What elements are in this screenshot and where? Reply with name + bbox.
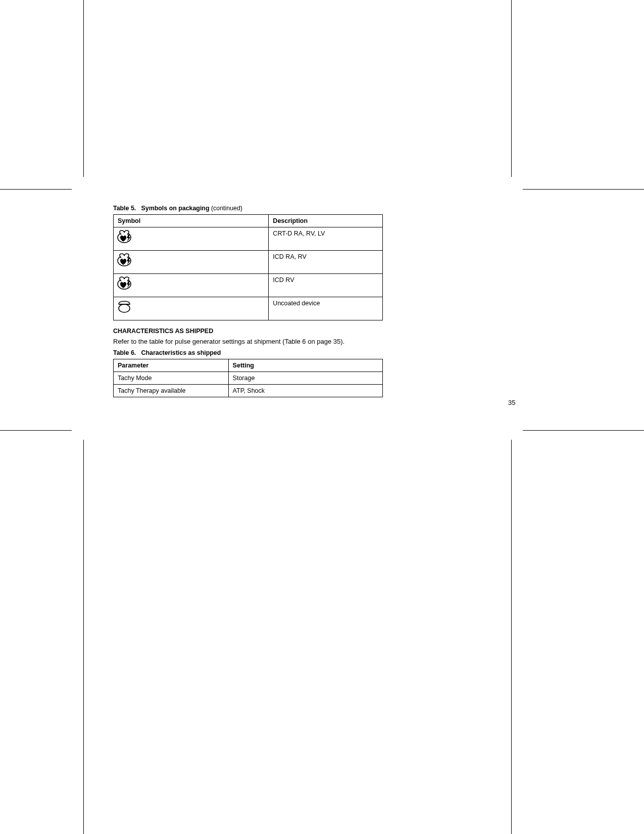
table6-caption: Table 6. Characteristics as shipped (113, 349, 495, 356)
table5-caption-prefix: Table 5. (113, 205, 136, 212)
table5-description-cell: ICD RV (269, 274, 383, 297)
table5-header-description: Description (269, 215, 383, 227)
section-body: Refer to the table for pulse generator s… (113, 338, 495, 345)
table6-setting-cell: ATP, Shock (228, 385, 382, 397)
table-row: Tachy Therapy available ATP, Shock (114, 385, 383, 397)
table5-symbol-cell (114, 251, 269, 274)
table6-setting-cell: Storage (228, 372, 382, 385)
table-row: Tachy Mode Storage (114, 372, 383, 385)
svg-point-3 (119, 304, 130, 312)
table6-header-row: Parameter Setting (114, 359, 383, 372)
table6-header-setting: Setting (228, 359, 382, 372)
trim-line (0, 430, 72, 431)
table6-parameter-cell: Tachy Therapy available (114, 385, 229, 397)
table-row: Uncoated device (114, 297, 383, 320)
table6-caption-prefix: Table 6. (113, 349, 136, 356)
table-row: ICD RA, RV (114, 251, 383, 274)
crop-mark (83, 0, 84, 177)
table6-caption-title: Characteristics as shipped (141, 349, 221, 356)
table5-header-symbol: Symbol (114, 215, 269, 227)
heart-bolt-icon (117, 253, 265, 267)
heart-bolt-icon (117, 276, 265, 290)
table5-description-cell: CRT-D RA, RV, LV (269, 227, 383, 251)
trim-line (523, 189, 644, 190)
trim-line (0, 189, 72, 190)
crop-mark (511, 440, 512, 834)
table5-symbol-cell (114, 297, 269, 320)
page-number: 35 (508, 399, 515, 406)
table-row: CRT-D RA, RV, LV (114, 227, 383, 251)
table6-parameter-cell: Tachy Mode (114, 372, 229, 385)
page-content: Table 5. Symbols on packaging (continued… (113, 205, 495, 404)
crop-mark (83, 440, 84, 834)
crop-mark (511, 0, 512, 177)
table5-symbol-cell (114, 227, 269, 251)
table6: Parameter Setting Tachy Mode Storage Tac… (113, 359, 383, 397)
table6-header-parameter: Parameter (114, 359, 229, 372)
table5-caption: Table 5. Symbols on packaging (continued… (113, 205, 495, 212)
table5-header-row: Symbol Description (114, 215, 383, 227)
table5-description-cell: ICD RA, RV (269, 251, 383, 274)
table-row: ICD RV (114, 274, 383, 297)
table5-symbol-cell (114, 274, 269, 297)
table5-caption-title: Symbols on packaging (141, 205, 210, 212)
heart-bolt-icon (117, 229, 265, 244)
trim-line (523, 430, 644, 431)
table5-caption-suffix: (continued) (210, 205, 242, 212)
capsule-icon (117, 299, 265, 314)
table5-description-cell: Uncoated device (269, 297, 383, 320)
section-heading: CHARACTERISTICS AS SHIPPED (113, 328, 495, 335)
table5: Symbol Description CRT-D RA, RV, LV (113, 214, 383, 320)
